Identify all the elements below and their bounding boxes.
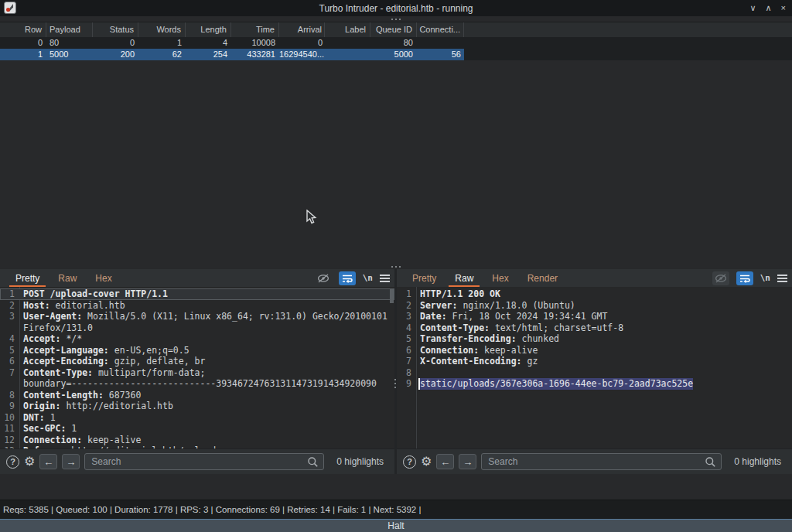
line-number: 4 <box>0 333 16 345</box>
response-tab[interactable]: Pretty <box>403 269 446 287</box>
line-number: 11 <box>0 423 16 435</box>
table-row[interactable]: 1 5000 200 62 254 433281 16294540... 500… <box>0 49 792 60</box>
request-scrollbar[interactable] <box>390 289 394 303</box>
editor-menu-icon[interactable] <box>380 275 390 282</box>
next-match-button[interactable]: → <box>459 454 476 469</box>
word-wrap-icon[interactable] <box>736 271 753 285</box>
table-splitter-handle[interactable] <box>0 16 792 22</box>
gear-icon[interactable]: ⚙ <box>421 455 432 468</box>
header-value: 1 <box>45 412 56 423</box>
cell-time: 433281 <box>231 49 279 60</box>
header-value: 687360 <box>104 390 141 401</box>
show-newlines-icon[interactable]: \n <box>363 273 373 283</box>
window-shade-icon[interactable]: ∨ <box>749 4 756 12</box>
request-tab[interactable]: Hex <box>86 269 121 287</box>
header-name: Accept-Language: <box>23 345 109 356</box>
response-line: 5 Transfer-Encoding: chunked <box>397 333 792 345</box>
header-name: Server: <box>420 300 457 311</box>
attack-stats: Reqs: 5385 | Queued: 100 | Duration: 177… <box>0 505 421 514</box>
cell-status: 200 <box>93 49 138 60</box>
line-number: 10 <box>0 412 16 424</box>
response-tab[interactable]: Render <box>518 269 567 287</box>
hide-nonprintable-icon[interactable] <box>315 271 332 285</box>
halt-button[interactable]: Halt <box>0 519 792 532</box>
cell-row: 1 <box>0 49 46 60</box>
hide-nonprintable-icon[interactable] <box>712 271 729 285</box>
column-header[interactable]: Payload <box>46 22 93 38</box>
header-name: Origin: <box>23 401 60 411</box>
cell-queue-id: 80 <box>370 37 417 49</box>
panels-splitter-handle[interactable] <box>0 264 792 269</box>
request-line: Firefox/131.0 <box>0 322 394 334</box>
header-value: http://editorial.htb/upload <box>66 445 216 448</box>
response-line: 6 Connection: keep-alive <box>397 345 792 356</box>
header-name: Connection: <box>420 345 479 356</box>
request-tab[interactable]: Pretty <box>6 269 49 287</box>
request-line: 9 Origin: http://editorial.htb <box>0 401 394 412</box>
gear-icon[interactable]: ⚙ <box>24 455 35 468</box>
drag-dots-icon <box>391 266 401 268</box>
response-line: 1 HTTP/1.1 200 OK <box>397 288 792 300</box>
response-search-input[interactable] <box>482 456 721 467</box>
request-panel: Pretty Raw Hex <box>0 269 394 474</box>
word-wrap-icon[interactable] <box>339 271 356 285</box>
request-line: 11 Sec-GPC: 1 <box>0 423 394 435</box>
column-header[interactable]: Queue ID <box>370 22 417 38</box>
line-number: 5 <box>397 333 413 345</box>
line-number: 8 <box>0 390 16 401</box>
header-name: POST /upload-cover HTTP/1.1 <box>23 288 168 299</box>
request-line: 4 Accept: */* <box>0 333 394 345</box>
response-tab[interactable]: Hex <box>483 269 517 287</box>
response-editor[interactable]: 1 HTTP/1.1 200 OK 2 Server: nginx/1.18.0… <box>397 287 792 448</box>
column-header[interactable]: Row <box>0 22 46 38</box>
header-name: Content-Length: <box>23 390 104 401</box>
editor-menu-icon[interactable] <box>777 275 787 282</box>
header-name: Sec-GPC: <box>23 423 66 434</box>
cell-connection: 56 <box>417 49 464 60</box>
request-line: 5 Accept-Language: en-US,en;q=0.5 <box>0 345 394 356</box>
column-header[interactable]: Arrival <box>279 22 325 38</box>
prev-match-button[interactable]: ← <box>436 454 454 469</box>
response-line: 7 X-Content-Encoding: gz <box>397 356 792 367</box>
cell-time: 10008 <box>231 37 279 49</box>
header-value: Firefox/131.0 <box>23 322 93 333</box>
cell-length: 4 <box>186 37 231 49</box>
show-newlines-icon[interactable]: \n <box>760 273 770 283</box>
window-close-icon[interactable]: × <box>781 4 786 12</box>
column-header[interactable]: Length <box>186 22 231 38</box>
prev-match-button[interactable]: ← <box>39 454 57 469</box>
request-search-input[interactable] <box>85 456 323 467</box>
results-empty-area <box>0 60 792 264</box>
request-line: 2 Host: editorial.htb <box>0 300 394 312</box>
cell-row: 0 <box>0 37 46 49</box>
line-number: 2 <box>397 300 413 312</box>
cell-arrival: 0 <box>279 37 325 49</box>
response-tab-bar: Pretty Raw Hex Render <box>397 269 792 287</box>
header-value: keep-alive <box>82 435 141 445</box>
window-title: Turbo Intruder - editorial.htb - running <box>319 3 473 14</box>
column-header[interactable]: Connecti... <box>417 22 464 38</box>
table-row[interactable]: 0 80 0 1 4 10008 0 80 <box>0 37 792 49</box>
results-table-header[interactable]: Row Payload Status Words Length Time Arr… <box>0 22 792 37</box>
line-number: 2 <box>0 300 16 312</box>
window-maximize-icon[interactable]: ∧ <box>766 4 772 12</box>
response-tab[interactable]: Raw <box>446 269 483 287</box>
request-line: 7 Content-Type: multipart/form-data; <box>0 367 394 379</box>
line-number: 9 <box>397 378 413 390</box>
request-tab[interactable]: Raw <box>49 269 86 287</box>
request-line: 10 DNT: 1 <box>0 412 394 424</box>
cell-queue-id: 5000 <box>370 49 417 60</box>
header-value: 1 <box>66 423 77 434</box>
column-header[interactable]: Label <box>325 22 370 38</box>
header-value: multipart/form-data; <box>93 367 205 378</box>
header-name: Accept: <box>23 333 60 344</box>
next-match-button[interactable]: → <box>62 454 80 469</box>
column-header[interactable]: Words <box>138 22 186 38</box>
column-header[interactable]: Status <box>93 22 138 38</box>
header-name: Accept-Encoding: <box>23 356 109 367</box>
request-editor[interactable]: 1 POST /upload-cover HTTP/1.1 2 Host: ed… <box>0 287 394 448</box>
title-bar: Turbo Intruder - editorial.htb - running… <box>0 0 792 16</box>
help-icon[interactable]: ? <box>403 455 416 469</box>
column-header[interactable]: Time <box>231 22 279 38</box>
help-icon[interactable]: ? <box>6 455 19 469</box>
